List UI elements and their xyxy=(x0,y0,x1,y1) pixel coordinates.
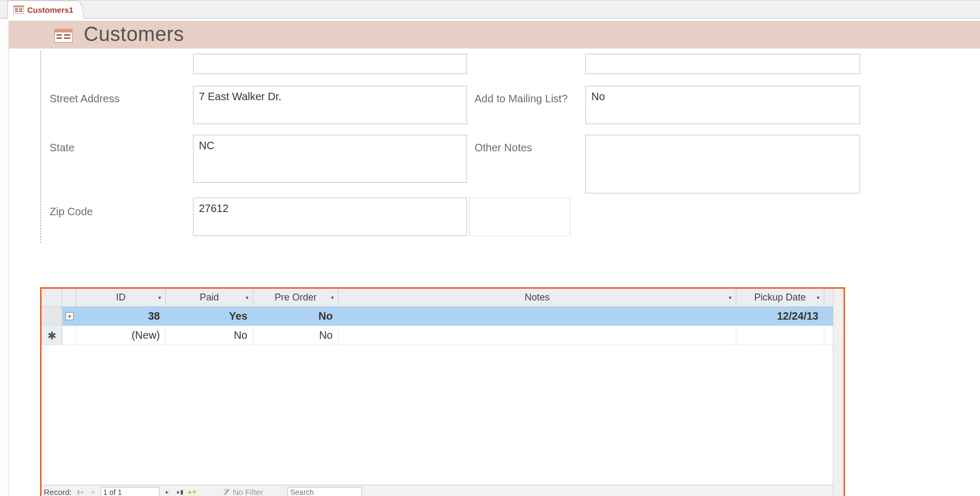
no-filter[interactable]: No Filter xyxy=(222,487,263,496)
tab-label: Customers1 xyxy=(27,5,74,14)
svg-rect-2 xyxy=(15,9,18,10)
filter-icon xyxy=(222,488,231,497)
field-notes[interactable] xyxy=(585,135,860,193)
svg-rect-11 xyxy=(64,37,70,39)
cell-id[interactable]: 38 xyxy=(76,307,166,326)
tab-strip: Customers1 xyxy=(0,1,980,19)
row-selector[interactable] xyxy=(42,307,62,326)
dropdown-icon[interactable]: ▾ xyxy=(817,295,820,300)
col-preorder[interactable]: Pre Order▾ xyxy=(253,289,339,306)
expand-cell[interactable]: + xyxy=(62,307,76,326)
vertical-scrollbar[interactable] xyxy=(833,289,844,496)
cell-paid[interactable]: Yes xyxy=(166,307,253,326)
subform-nav: Record: ▮◂ ◂ ▸ ▸▮ ▸✳ No Filter xyxy=(42,485,833,496)
cell-id[interactable]: (New) xyxy=(76,326,166,345)
dropdown-icon[interactable]: ▾ xyxy=(729,295,732,300)
cell-preorder[interactable]: No xyxy=(253,307,339,326)
title-bar: Customers xyxy=(9,21,980,48)
form-body: Street Address 7 East Walker Dr. State N… xyxy=(9,48,980,54)
label-zip: Zip Code xyxy=(50,206,93,218)
label-notes: Other Notes xyxy=(475,142,532,154)
tab-customers1[interactable]: Customers1 xyxy=(7,1,84,19)
field-state[interactable]: NC xyxy=(193,135,467,183)
cell-notes[interactable] xyxy=(339,307,736,326)
table-row[interactable]: +38YesNo12/24/13 xyxy=(42,307,833,326)
form-icon xyxy=(13,5,24,14)
subform-rows: +38YesNo12/24/13✱(New)NoNo xyxy=(42,307,833,345)
record-label: Record: xyxy=(44,487,72,496)
row-selector[interactable]: ✱ xyxy=(42,326,62,345)
nav-next-icon[interactable]: ▸ xyxy=(163,487,172,497)
dropdown-icon[interactable]: ▾ xyxy=(331,295,334,300)
subform-header: ID▾ Paid▾ Pre Order▾ Notes▾ Pickup Date▾ xyxy=(42,289,833,307)
cell-notes[interactable] xyxy=(339,326,736,345)
field-street-address[interactable]: 7 East Walker Dr. xyxy=(193,86,467,124)
svg-rect-3 xyxy=(15,11,18,12)
label-state: State xyxy=(50,142,75,154)
subform: ID▾ Paid▾ Pre Order▾ Notes▾ Pickup Date▾… xyxy=(42,289,844,496)
col-id[interactable]: ID▾ xyxy=(76,289,166,306)
rowselector-header[interactable] xyxy=(42,289,62,306)
dashed-placeholder xyxy=(469,198,571,236)
cell-preorder[interactable]: No xyxy=(253,326,339,345)
dropdown-icon[interactable]: ▾ xyxy=(246,295,248,300)
svg-rect-7 xyxy=(54,29,73,32)
svg-rect-4 xyxy=(19,9,22,10)
col-pickup[interactable]: Pickup Date▾ xyxy=(736,289,824,306)
field-zip[interactable]: 27612 xyxy=(193,198,467,236)
label-mailing: Add to Mailing List? xyxy=(475,93,568,105)
form-area: Customers Street Address 7 East Walker D… xyxy=(9,21,980,496)
expand-cell[interactable] xyxy=(62,326,76,345)
nav-prev-icon[interactable]: ◂ xyxy=(88,487,98,497)
svg-rect-10 xyxy=(64,34,70,36)
subform-highlight: ID▾ Paid▾ Pre Order▾ Notes▾ Pickup Date▾… xyxy=(40,287,845,496)
col-paid[interactable]: Paid▾ xyxy=(166,289,253,306)
field-mailing[interactable]: No xyxy=(585,86,860,124)
nav-last-icon[interactable]: ▸▮ xyxy=(175,487,185,497)
cell-paid[interactable]: No xyxy=(166,326,253,345)
expand-icon[interactable]: + xyxy=(66,312,74,320)
page-title: Customers xyxy=(84,23,184,46)
table-row[interactable]: ✱(New)NoNo xyxy=(42,326,833,345)
expand-header[interactable] xyxy=(62,289,76,306)
col-notes[interactable]: Notes▾ xyxy=(339,289,736,306)
nav-first-icon[interactable]: ▮◂ xyxy=(75,487,85,497)
field-unknown-left[interactable] xyxy=(193,54,467,74)
record-position[interactable] xyxy=(101,487,159,497)
field-unknown-right[interactable] xyxy=(585,54,860,74)
cell-pickup[interactable]: 12/24/13 xyxy=(736,307,824,326)
svg-rect-5 xyxy=(19,11,22,12)
form-title-icon xyxy=(54,29,69,40)
search-input[interactable] xyxy=(287,487,362,497)
cell-pickup[interactable] xyxy=(736,326,824,345)
nav-new-icon[interactable]: ▸✳ xyxy=(188,487,198,497)
svg-rect-9 xyxy=(57,37,62,39)
svg-rect-1 xyxy=(13,5,24,7)
window: Customers1 Customers Street Address 7 Ea… xyxy=(0,0,980,496)
label-street-address: Street Address xyxy=(50,93,119,105)
svg-rect-8 xyxy=(57,34,62,36)
dropdown-icon[interactable]: ▾ xyxy=(158,295,161,300)
